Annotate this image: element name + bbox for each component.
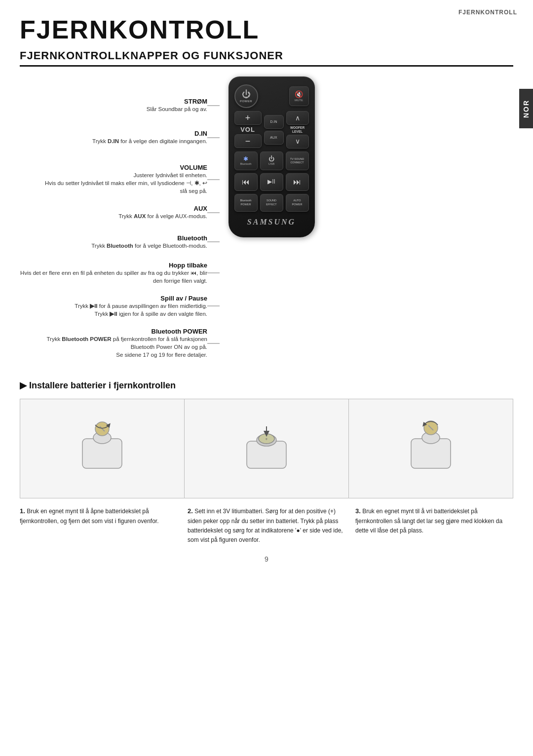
annotation-spill-desc: Trykk ▶II for å pause avspillingen av fi… <box>75 302 207 318</box>
svg-text:+: + <box>265 437 267 442</box>
annotation-btpower-title: Bluetooth POWER <box>152 328 207 335</box>
remote-row-1: ⏻ POWER 🔇 MUTE <box>234 84 309 108</box>
annotation-btpower-desc: Trykk Bluetooth POWER på fjernkontrollen… <box>46 335 207 359</box>
connector-line-2 <box>207 179 220 180</box>
annotation-btpower: Bluetooth POWER Trykk Bluetooth POWER på… <box>20 326 207 360</box>
annotation-bluetooth-title: Bluetooth <box>177 234 207 242</box>
woofer-label: WOOFERLEVEL <box>290 126 305 134</box>
step-2-num: 2. <box>188 507 193 515</box>
mute-icon: 🔇 <box>295 90 303 99</box>
remote-row-4: ⏮ ▶II ⏭ <box>234 173 309 191</box>
battery-step-3: 3. Bruk en egnet mynt til å vri batterid… <box>355 506 513 545</box>
annotation-hopp: Hopp tilbake Hvis det er flere enn en fi… <box>20 260 207 286</box>
step-1-text: Bruk en egnet mynt til å åpne batteridek… <box>20 508 158 525</box>
annotation-aux: AUX Trykk AUX for å velge AUX-modus. <box>20 203 207 222</box>
step-1-num: 1. <box>20 507 25 515</box>
bt-power-button[interactable]: BluetoothPOWER <box>234 194 258 212</box>
aux-button[interactable]: AUX <box>264 131 284 145</box>
annotation-hopp-desc: Hvis det er flere enn en fil på enheten … <box>20 269 207 285</box>
battery-image-1 <box>20 399 185 498</box>
play-pause-button[interactable]: ▶II <box>260 173 283 191</box>
step-3-text: Bruk en egnet mynt til å vri batterideks… <box>355 508 502 534</box>
remote-row-5: BluetoothPOWER SOUNDEFFECT AUTOPOWER <box>234 194 309 212</box>
mute-button[interactable]: 🔇 MUTE <box>289 86 309 106</box>
battery-illustration-2: + <box>232 414 301 483</box>
annotation-spill: Spill av / Pause Trykk ▶II for å pause a… <box>20 293 207 319</box>
woofer-block: ∧ WOOFERLEVEL ∨ <box>286 111 309 149</box>
battery-image-3 <box>349 399 513 498</box>
annotation-volume-desc: Justerer lydnivået til enheten.Hvis du s… <box>45 171 207 195</box>
top-section-label: FJERNKONTROLL <box>458 9 517 16</box>
sound-effect-button[interactable]: SOUNDEFFECT <box>260 194 283 212</box>
bluetooth-button[interactable]: ✱ Bluetooth <box>234 151 258 170</box>
woofer-up-button[interactable]: ∧ <box>286 111 309 125</box>
annotation-aux-desc: Trykk AUX for å velge AUX-modus. <box>118 212 207 220</box>
next-button[interactable]: ⏭ <box>286 173 309 191</box>
usb-label: USB <box>268 162 274 166</box>
annotation-strom-desc: Slår Soundbar på og av. <box>147 105 207 113</box>
annotation-bluetooth-desc: Trykk Bluetooth for å velge Bluetooth-mo… <box>91 242 207 250</box>
annotation-din-desc: Trykk D.IN for å velge den digitale inng… <box>92 137 207 145</box>
step-2-text: Sett inn et 3V litiumbatteri. Sørg for a… <box>188 508 343 543</box>
battery-illustration-3 <box>396 414 465 483</box>
page-number: 9 <box>0 555 533 563</box>
tv-sound-label: TV SOUNDCONNECT <box>290 157 304 164</box>
battery-step-1: 1. Bruk en egnet mynt til å åpne batteri… <box>20 506 178 545</box>
remote-body: ⏻ POWER 🔇 MUTE + VOL − D.I <box>228 76 315 237</box>
connector-line-4 <box>207 242 220 242</box>
bluetooth-icon: ✱ <box>243 155 248 162</box>
annotation-aux-title: AUX <box>194 205 207 212</box>
remote-row-2: + VOL − D.IN AUX ∧ WOOFERLEVEL ∨ <box>234 111 309 149</box>
sound-effect-label: SOUNDEFFECT <box>266 199 276 206</box>
annotations-column: STRØM Slår Soundbar på og av. D.IN Trykk… <box>20 76 217 365</box>
prev-button[interactable]: ⏮ <box>234 173 258 191</box>
vol-up-button[interactable]: + <box>234 111 262 125</box>
vol-label: VOL <box>240 126 255 133</box>
bluetooth-btn-label: Bluetooth <box>240 162 251 166</box>
step-3-num: 3. <box>355 507 361 515</box>
connector-line-6 <box>207 306 220 306</box>
battery-title: Installere batterier i fjernkontrollen <box>20 380 513 391</box>
connector-line-0 <box>207 105 220 106</box>
vol-block: + VOL − <box>234 111 262 148</box>
section-title: FJERNKONTROLLKNAPPER OG FUNKSJONER <box>20 49 513 67</box>
annotation-spill-title: Spill av / Pause <box>160 295 207 302</box>
auto-power-button[interactable]: AUTOPOWER <box>286 194 309 212</box>
woofer-down-button[interactable]: ∨ <box>286 135 309 149</box>
annotation-din: D.IN Trykk D.IN for å velge den digitale… <box>20 128 207 147</box>
battery-images-row: + <box>20 399 513 498</box>
din-aux-block: D.IN AUX <box>264 115 284 145</box>
battery-illustration-1 <box>68 414 137 483</box>
usb-button[interactable]: ⏻ USB <box>260 151 283 170</box>
din-button[interactable]: D.IN <box>264 115 284 129</box>
annotation-strom-title: STRØM <box>184 98 207 105</box>
annotation-din-title: D.IN <box>194 130 207 137</box>
battery-steps: 1. Bruk en egnet mynt til å åpne batteri… <box>20 506 513 545</box>
tv-sound-button[interactable]: TV SOUNDCONNECT <box>286 151 309 170</box>
remote-row-3: ✱ Bluetooth ⏻ USB TV SOUNDCONNECT <box>234 151 309 170</box>
power-button[interactable]: ⏻ POWER <box>234 84 258 108</box>
battery-step-2: 2. Sett inn et 3V litiumbatteri. Sørg fo… <box>188 506 345 545</box>
annotation-volume: VOLUME Justerer lydnivået til enheten.Hv… <box>20 162 207 196</box>
page-title: FJERNKONTROLL <box>20 15 513 44</box>
battery-image-2: + <box>185 399 349 498</box>
remote-illustration: ⏻ POWER 🔇 MUTE + VOL − D.I <box>217 76 326 365</box>
power-label: POWER <box>240 100 252 103</box>
bt-power-label: BluetoothPOWER <box>240 199 251 206</box>
language-tab: NOR <box>519 89 533 128</box>
connector-line-3 <box>207 213 220 213</box>
power-icon: ⏻ <box>242 90 251 99</box>
annotation-hopp-title: Hopp tilbake <box>169 262 207 269</box>
connector-line-7 <box>207 343 220 343</box>
auto-power-label: AUTOPOWER <box>292 199 303 206</box>
vol-down-button[interactable]: − <box>234 134 262 148</box>
samsung-logo: SAMSUNG <box>234 218 309 227</box>
mute-label: MUTE <box>295 99 303 102</box>
battery-section: Installere batterier i fjernkontrollen <box>20 380 513 545</box>
connector-line-5 <box>207 273 220 273</box>
annotation-strom: STRØM Slår Soundbar på og av. <box>20 96 207 114</box>
connector-line-1 <box>207 137 220 138</box>
usb-icon: ⏻ <box>268 155 274 162</box>
annotation-bluetooth: Bluetooth Trykk Bluetooth for å velge Bl… <box>20 233 207 251</box>
annotation-volume-title: VOLUME <box>180 164 207 171</box>
